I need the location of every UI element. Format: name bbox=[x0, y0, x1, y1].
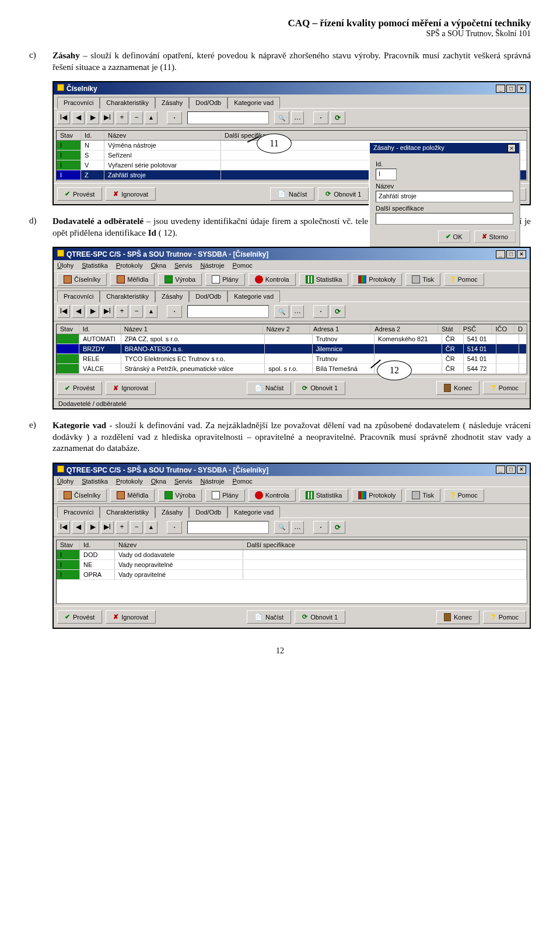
menu-statistika[interactable]: Statistika bbox=[82, 262, 108, 269]
nav-first-button[interactable]: I◀ bbox=[57, 521, 70, 534]
menu-protokoly[interactable]: Protokoly bbox=[116, 262, 143, 269]
col-stav[interactable]: Stav bbox=[57, 540, 80, 550]
konec-button[interactable]: Konec bbox=[436, 610, 480, 624]
table-row[interactable]: RELÉTYCO Elektronics EC Trutnov s r.o.Tr… bbox=[57, 354, 527, 364]
col-ico[interactable]: IČO bbox=[492, 324, 514, 334]
tb-plany[interactable]: Plány bbox=[205, 489, 245, 502]
col-stat[interactable]: Stát bbox=[438, 324, 460, 334]
tab-pracovnici[interactable]: Pracovníci bbox=[57, 97, 100, 108]
tb-protokoly[interactable]: Protokoly bbox=[352, 489, 402, 502]
nav-delete-button[interactable]: − bbox=[130, 111, 143, 124]
tab-charakteristiky[interactable]: Charakteristiky bbox=[100, 506, 155, 518]
maximize-icon[interactable]: □ bbox=[506, 466, 516, 474]
more-button[interactable]: … bbox=[291, 305, 304, 318]
nav-prev-button[interactable]: ◀ bbox=[72, 521, 85, 534]
col-adresa2[interactable]: Adresa 2 bbox=[371, 324, 438, 334]
menu-nastroje[interactable]: Nástroje bbox=[201, 262, 225, 269]
nav-first-button[interactable]: I◀ bbox=[57, 111, 70, 124]
filter-icon[interactable]: 🔍 bbox=[274, 521, 289, 534]
tab-dododb[interactable]: Dod/Odb bbox=[189, 97, 228, 108]
table-row[interactable]: BRZDYBRANO-ATESO a.s.JilemniceČR514 01 bbox=[57, 344, 527, 354]
nav-first-button[interactable]: I◀ bbox=[57, 305, 70, 318]
tb-protokoly[interactable]: Protokoly bbox=[352, 273, 402, 286]
menu-servis[interactable]: Servis bbox=[174, 478, 192, 485]
tb-tisk[interactable]: Tisk bbox=[405, 489, 440, 502]
nav-post-button[interactable]: ▴ bbox=[145, 521, 158, 534]
tab-pracovnici[interactable]: Pracovníci bbox=[57, 506, 100, 518]
ignorovat-button[interactable]: ✘Ignorovat bbox=[106, 382, 156, 395]
menu-ulohy[interactable]: Úlohy bbox=[57, 478, 74, 485]
tab-dododb[interactable]: Dod/Odb bbox=[189, 506, 228, 518]
menu-protokoly[interactable]: Protokoly bbox=[116, 478, 143, 485]
data-grid[interactable]: Stav Id. Název 1 Název 2 Adresa 1 Adresa… bbox=[56, 324, 527, 374]
nav-prev-button[interactable]: ◀ bbox=[72, 111, 85, 124]
dialog-input-id[interactable]: I bbox=[376, 169, 397, 180]
obnovit-button[interactable]: ⟳Obnovit 1 bbox=[295, 610, 345, 624]
more-button[interactable]: … bbox=[291, 111, 304, 124]
col-id[interactable]: Id. bbox=[79, 324, 121, 334]
nav-last-button[interactable]: ▶I bbox=[101, 305, 114, 318]
data-grid[interactable]: Stav Id. Název Další specifikace IDODVad… bbox=[56, 540, 527, 604]
ignorovat-button[interactable]: ✘Ignorovat bbox=[106, 187, 156, 201]
tb-statistika[interactable]: Statistika bbox=[299, 489, 349, 502]
table-row[interactable]: AUTOMATIZPA CZ, spol. s r.o.TrutnovKomen… bbox=[57, 334, 527, 344]
col-stav[interactable]: Stav bbox=[57, 131, 81, 140]
search-input[interactable] bbox=[187, 305, 269, 318]
export-icon[interactable] bbox=[313, 305, 328, 318]
dialog-close-icon[interactable]: × bbox=[508, 144, 516, 152]
nav-add-button[interactable]: + bbox=[116, 111, 128, 124]
tb-vyroba[interactable]: Výroba bbox=[158, 489, 202, 502]
col-id[interactable]: Id. bbox=[81, 131, 104, 140]
nav-post-button[interactable]: ▴ bbox=[145, 305, 158, 318]
tb-kontrola[interactable]: Kontrola bbox=[249, 273, 296, 286]
export-icon[interactable] bbox=[313, 111, 328, 124]
table-row[interactable]: IOPRAVady opravitelné bbox=[57, 570, 527, 580]
maximize-icon[interactable]: □ bbox=[506, 250, 516, 258]
menu-servis[interactable]: Servis bbox=[174, 262, 192, 269]
export-icon[interactable] bbox=[313, 521, 328, 534]
copy-icon[interactable] bbox=[167, 305, 182, 318]
nav-next-button[interactable]: ▶ bbox=[86, 111, 99, 124]
tab-dododb[interactable]: Dod/Odb bbox=[189, 290, 228, 302]
menu-ulohy[interactable]: Úlohy bbox=[57, 262, 74, 269]
table-row[interactable]: IDODVady od dodavatele bbox=[57, 550, 527, 560]
tab-pracovnici[interactable]: Pracovníci bbox=[57, 290, 100, 302]
table-row[interactable]: VÁLCEStránský a Petržík, pneumatické vál… bbox=[57, 364, 527, 374]
tb-tisk[interactable]: Tisk bbox=[405, 273, 440, 286]
menu-pomoc[interactable]: Pomoc bbox=[233, 478, 253, 485]
nav-next-button[interactable]: ▶ bbox=[86, 521, 99, 534]
filter-icon[interactable]: 🔍 bbox=[274, 111, 289, 124]
col-adresa1[interactable]: Adresa 1 bbox=[310, 324, 371, 334]
tb-pomoc[interactable]: ?Pomoc bbox=[444, 273, 484, 286]
menu-nastroje[interactable]: Nástroje bbox=[201, 478, 225, 485]
dialog-storno-button[interactable]: ✘Storno bbox=[474, 230, 516, 243]
col-spec[interactable]: Další specifikace bbox=[243, 540, 527, 550]
konec-button[interactable]: Konec bbox=[436, 381, 480, 395]
menu-okna[interactable]: Okna bbox=[151, 478, 166, 485]
minimize-icon[interactable]: _ bbox=[496, 466, 505, 474]
col-nazev1[interactable]: Název 1 bbox=[121, 324, 263, 334]
tb-vyroba[interactable]: Výroba bbox=[158, 273, 202, 286]
nav-last-button[interactable]: ▶I bbox=[101, 521, 114, 534]
tab-zasahy[interactable]: Zásahy bbox=[155, 290, 189, 302]
tb-ciselniky[interactable]: Číselníky bbox=[57, 273, 107, 286]
obnovit-button[interactable]: ⟳Obnovit 1 bbox=[295, 382, 345, 395]
col-nazev[interactable]: Název bbox=[104, 131, 221, 140]
minimize-icon[interactable]: _ bbox=[496, 250, 505, 258]
ignorovat-button[interactable]: ✘Ignorovat bbox=[106, 610, 156, 624]
provest-button[interactable]: ✔Provést bbox=[57, 187, 102, 201]
tab-kategorie-vad[interactable]: Kategorie vad bbox=[228, 506, 280, 518]
tb-meridla[interactable]: Měřidla bbox=[110, 489, 155, 502]
nav-delete-button[interactable]: − bbox=[130, 521, 143, 534]
tb-meridla[interactable]: Měřidla bbox=[110, 273, 155, 286]
nacist-button[interactable]: 📄Načíst bbox=[247, 382, 291, 395]
nav-add-button[interactable]: + bbox=[116, 305, 128, 318]
minimize-icon[interactable]: _ bbox=[496, 85, 505, 93]
col-nazev2[interactable]: Název 2 bbox=[263, 324, 310, 334]
menu-pomoc[interactable]: Pomoc bbox=[233, 262, 253, 269]
tab-kategorie-vad[interactable]: Kategorie vad bbox=[228, 97, 280, 108]
tb-kontrola[interactable]: Kontrola bbox=[249, 489, 296, 502]
tb-pomoc[interactable]: ?Pomoc bbox=[444, 489, 484, 502]
nav-last-button[interactable]: ▶I bbox=[101, 111, 114, 124]
close-icon[interactable]: × bbox=[517, 466, 526, 474]
